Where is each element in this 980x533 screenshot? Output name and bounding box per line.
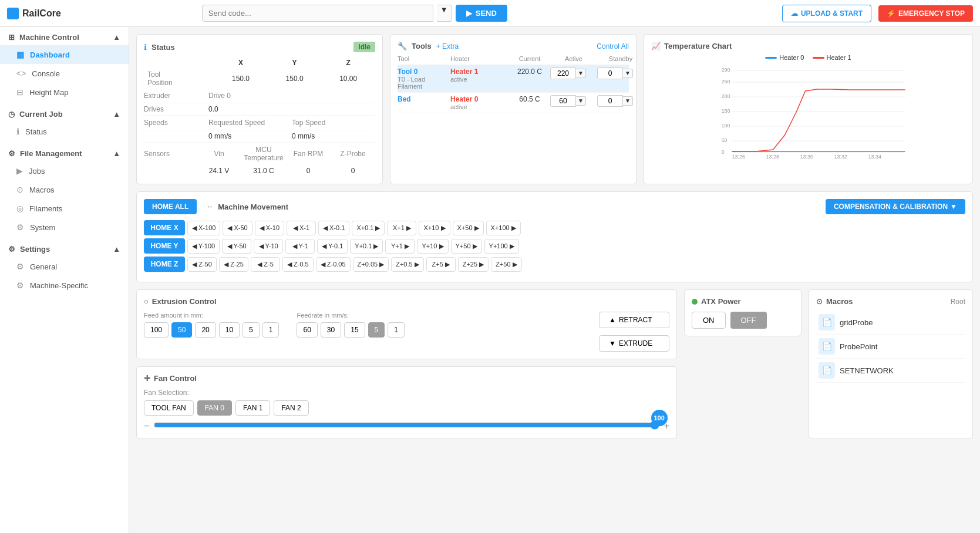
z-pos05-button[interactable]: Z+0.5 ▶ [391, 257, 424, 272]
sidebar-item-general[interactable]: ⚙ General [0, 257, 129, 276]
home-x-button[interactable]: HOME X [144, 220, 185, 235]
feedrate-1-button[interactable]: 1 [388, 322, 405, 338]
macro-item-1[interactable]: 📄 ProbePoint [816, 335, 965, 359]
x-neg10-button[interactable]: ◀ X-10 [255, 221, 284, 235]
home-all-button[interactable]: HOME ALL [144, 199, 197, 214]
retract-button[interactable]: ▲ RETRACT [599, 312, 669, 328]
atx-on-button[interactable]: ON [692, 312, 726, 329]
bed-active[interactable]: ▼ [550, 95, 597, 110]
feed-50-button[interactable]: 50 [171, 322, 192, 338]
machine-control-header[interactable]: ⊞ Machine Control ▲ [0, 27, 129, 45]
macro-item-2[interactable]: 📄 SETNETWORK [816, 359, 965, 383]
tool0-standby-input[interactable] [597, 68, 623, 79]
upload-start-button[interactable]: ☁ UPLOAD & START [782, 5, 871, 22]
sidebar-item-console[interactable]: <> Console [0, 64, 129, 83]
feed-100-button[interactable]: 100 [144, 322, 169, 338]
feed-amount-section: Feed amount in mm: 100 50 20 10 5 1 [144, 312, 279, 338]
col-active-header: Active [550, 55, 597, 62]
tool0-heater-status: active [450, 76, 509, 83]
feed-1-button[interactable]: 1 [262, 322, 279, 338]
comp-cal-button[interactable]: COMPENSATION & CALIBRATION ▼ [826, 199, 965, 214]
y-neg1-button[interactable]: ◀ Y-1 [285, 239, 315, 254]
feedrate-15-button[interactable]: 15 [344, 322, 365, 338]
tools-control-all-button[interactable]: Control All [597, 42, 629, 50]
feed-20-button[interactable]: 20 [195, 322, 215, 338]
z-pos005-button[interactable]: Z+0.05 ▶ [353, 257, 389, 272]
y-pos1-button[interactable]: Y+1 ▶ [385, 239, 415, 254]
extrusion-title: ○ Extrusion Control [144, 297, 669, 306]
z-neg5-button[interactable]: ◀ Z-5 [251, 257, 280, 272]
home-z-button[interactable]: HOME Z [144, 257, 185, 272]
sidebar-item-system[interactable]: ⚙ System [0, 218, 129, 237]
tool0-standby[interactable]: ▼ [597, 68, 644, 90]
tool0-active-input[interactable] [550, 68, 576, 79]
x-neg01-button[interactable]: ◀ X-0.1 [318, 221, 349, 235]
tool-row-0: Tool 0 T0 - LoadFilament Heater 1 active… [398, 65, 629, 93]
tools-extra-button[interactable]: + Extra [436, 42, 459, 50]
bed-active-arrow[interactable]: ▼ [576, 96, 586, 106]
x-neg1-button[interactable]: ◀ X-1 [287, 221, 316, 235]
x-neg100-button[interactable]: ◀ X-100 [187, 221, 220, 235]
sidebar-item-machine-specific[interactable]: ⚙ Machine-Specific [0, 276, 129, 295]
z-pos50-button[interactable]: Z+50 ▶ [491, 257, 521, 272]
feed-10-button[interactable]: 10 [219, 322, 240, 338]
file-management-header[interactable]: ⚙ File Management ▲ [0, 143, 129, 161]
x-pos01-button[interactable]: X+0.1 ▶ [352, 221, 385, 235]
feed-5-button[interactable]: 5 [243, 322, 260, 338]
send-code-dropdown[interactable]: ▼ [437, 5, 452, 22]
x-pos10-button[interactable]: X+10 ▶ [419, 221, 450, 235]
z-neg25-button[interactable]: ◀ Z-25 [219, 257, 248, 272]
svg-text:290: 290 [722, 67, 730, 73]
extrude-button[interactable]: ▼ EXTRUDE [599, 335, 669, 352]
feedrate-30-button[interactable]: 30 [321, 322, 341, 338]
tool-fan-button[interactable]: TOOL FAN [144, 400, 194, 416]
sidebar-item-filaments[interactable]: ◎ Filaments [0, 199, 129, 218]
z-neg05-button[interactable]: ◀ Z-0.5 [282, 257, 314, 272]
emergency-stop-button[interactable]: ⚡ EMERGENCY STOP [878, 5, 973, 22]
sidebar-item-height-map[interactable]: ⊟ Height Map [0, 83, 129, 102]
fan-minus-button[interactable]: − [144, 421, 149, 431]
bed-standby-input[interactable] [597, 95, 623, 107]
tool0-active[interactable]: ▼ [550, 68, 597, 90]
x-pos50-button[interactable]: X+50 ▶ [453, 221, 484, 235]
fan2-button[interactable]: FAN 2 [274, 400, 308, 416]
y-pos50-button[interactable]: Y+50 ▶ [451, 239, 482, 254]
home-y-button[interactable]: HOME Y [144, 238, 185, 254]
y-pos100-button[interactable]: Y+100 ▶ [484, 239, 519, 254]
x-pos100-button[interactable]: X+100 ▶ [486, 221, 521, 235]
y-pos10-button[interactable]: Y+10 ▶ [417, 239, 448, 254]
atx-off-button[interactable]: OFF [730, 312, 767, 329]
bed-standby[interactable]: ▼ [597, 95, 644, 110]
tool0-active-arrow[interactable]: ▼ [576, 69, 586, 78]
fan-title: ✛ Fan Control [144, 374, 669, 383]
y-neg50-button[interactable]: ◀ Y-50 [222, 239, 251, 254]
x-pos1-button[interactable]: X+1 ▶ [387, 221, 416, 235]
feedrate-60-button[interactable]: 60 [297, 322, 317, 338]
macro-item-0[interactable]: 📄 gridProbe [816, 311, 965, 335]
z-pos5-button[interactable]: Z+5 ▶ [426, 257, 456, 272]
z-neg50-button[interactable]: ◀ Z-50 [187, 257, 217, 272]
y-neg01-button[interactable]: ◀ Y-0.1 [317, 239, 348, 254]
y-neg10-button[interactable]: ◀ Y-10 [254, 239, 283, 254]
current-job-header[interactable]: ◷ Current Job ▲ [0, 104, 129, 122]
y-neg100-button[interactable]: ◀ Y-100 [187, 239, 220, 254]
fan0-button[interactable]: FAN 0 [197, 400, 232, 416]
bed-active-input[interactable] [550, 95, 576, 107]
fan-slider[interactable] [154, 420, 659, 430]
feedrate-5-button[interactable]: 5 [368, 322, 385, 338]
send-code-input[interactable] [202, 5, 433, 22]
sidebar-item-dashboard[interactable]: ▦ Dashboard [0, 45, 129, 64]
y-pos01-button[interactable]: Y+0.1 ▶ [350, 239, 383, 254]
settings-header[interactable]: ⚙ Settings ▲ [0, 239, 129, 257]
z-pos25-button[interactable]: Z+25 ▶ [458, 257, 489, 272]
bed-standby-arrow[interactable]: ▼ [623, 96, 633, 106]
sidebar-item-jobs[interactable]: ▶ Jobs [0, 161, 129, 180]
send-button[interactable]: ▶ SEND [456, 5, 507, 22]
sidebar-item-macros[interactable]: ⊙ Macros [0, 180, 129, 199]
height-map-label: Height Map [29, 88, 68, 97]
z-neg005-button[interactable]: ◀ Z-0.05 [316, 257, 351, 272]
x-neg50-button[interactable]: ◀ X-50 [223, 221, 252, 235]
fan1-button[interactable]: FAN 1 [235, 400, 270, 416]
tool0-standby-arrow[interactable]: ▼ [623, 69, 633, 78]
sidebar-item-status[interactable]: ℹ Status [0, 122, 129, 141]
